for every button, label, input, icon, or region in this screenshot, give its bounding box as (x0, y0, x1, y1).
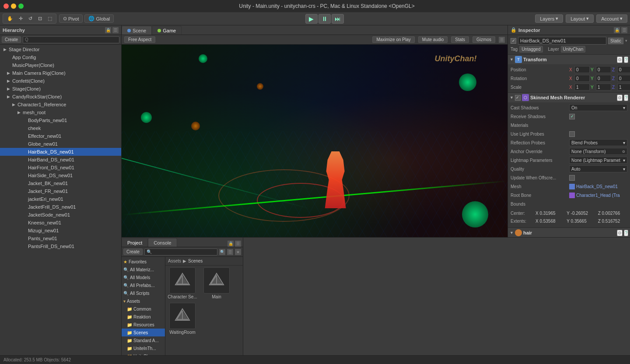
hier-body-parts[interactable]: BodyParts_new01 (0, 116, 121, 124)
layer-dropdown[interactable]: UnityChan (561, 46, 586, 52)
minimize-button[interactable] (11, 4, 16, 9)
hier-char1-ref[interactable]: ▶ Character1_Reference (0, 101, 121, 108)
hier-hairband[interactable]: HairBand_DS_new01 (0, 156, 121, 164)
scene-asset-char[interactable]: Character Se... (167, 267, 198, 299)
all-models-item[interactable]: 🔍 All Models (122, 273, 165, 281)
hier-jacket-fr[interactable]: Jacket_FR_new01 (0, 187, 121, 195)
scale-y-input[interactable] (596, 84, 611, 91)
pos-y-input[interactable] (596, 66, 611, 73)
scale-x-input[interactable] (574, 84, 590, 91)
global-button[interactable]: 🌐 Global (84, 14, 114, 23)
console-tab[interactable]: Console (148, 238, 177, 247)
project-tab[interactable]: Project (122, 238, 148, 247)
assets-breadcrumb[interactable]: Assets (168, 259, 181, 263)
scene-tab[interactable]: Scene (122, 26, 152, 35)
use-light-probes-checkbox[interactable] (569, 131, 575, 137)
hier-mizugi[interactable]: Mizugi_new01 (0, 227, 121, 234)
gizmos-button[interactable]: Gizmos (472, 36, 495, 43)
scale-tool[interactable]: ⊡ (36, 15, 44, 22)
hair-material-header[interactable]: ▼ hair ⚙ ? (508, 228, 630, 237)
hier-hairback[interactable]: HairBack_DS_new01 (0, 148, 121, 156)
hierarchy-search-input[interactable] (23, 36, 119, 43)
quality-dropdown[interactable]: Auto ▾ (569, 165, 627, 172)
transform-settings[interactable]: ⚙ (617, 56, 623, 63)
all-prefabs-item[interactable]: 🔍 All Prefabs... (122, 281, 165, 289)
hier-music-player[interactable]: MusicPlayer(Clone) (0, 61, 121, 69)
mesh-reference[interactable]: HairBack_DS_new01 (569, 184, 618, 189)
skinned-mesh-settings[interactable]: ⚙ (617, 94, 623, 101)
assets-root-item[interactable]: ▾ Assets (122, 297, 165, 305)
hand-tool[interactable]: ✋ (5, 15, 15, 22)
static-arrow[interactable]: ▾ (625, 38, 627, 43)
hier-pants[interactable]: Pants_new01 (0, 234, 121, 242)
step-button[interactable]: ⏭ (332, 14, 344, 24)
play-button[interactable]: ▶ (305, 14, 318, 24)
pos-z-input[interactable] (617, 66, 630, 73)
game-tab[interactable]: Game (152, 26, 182, 35)
hier-jacket-eri[interactable]: jacketEri_new01 (0, 195, 121, 203)
scenes-breadcrumb[interactable]: Scenes (188, 259, 203, 263)
tag-dropdown[interactable]: Untagged (519, 46, 542, 52)
hier-confetti[interactable]: ▶ Confetti(Clone) (0, 77, 121, 85)
root-bone-reference[interactable]: Character1_Head (Tra (569, 192, 620, 198)
hierarchy-create-button[interactable]: Create (2, 36, 21, 43)
hier-hairfront[interactable]: HairFront_DS_new01 (0, 164, 121, 172)
pivot-button[interactable]: ⊙ Pivot (59, 14, 83, 23)
object-active-checkbox[interactable]: ✓ (511, 38, 516, 44)
hier-mesh-root[interactable]: ▶ mesh_root (0, 108, 121, 116)
stats-button[interactable]: Stats (451, 36, 469, 43)
free-aspect-button[interactable]: Free Aspect (124, 36, 155, 43)
unitein-item[interactable]: 📁 UniteInTh... (122, 344, 165, 352)
mute-audio-button[interactable]: Mute audio (418, 36, 448, 43)
hier-jacket-frill[interactable]: JacketFrill_DS_new01 (0, 203, 121, 211)
rect-tool[interactable]: ⬚ (46, 15, 54, 22)
layers-dropdown[interactable]: Layers ▾ (535, 14, 563, 23)
rotate-tool[interactable]: ↺ (26, 15, 35, 22)
all-scripts-item[interactable]: 🔍 All Scripts (122, 289, 165, 297)
lightmap-params-dropdown[interactable]: None (Lightmap Paramet ▾ (569, 157, 627, 164)
inspector-menu[interactable]: ☰ (621, 27, 627, 33)
close-button[interactable] (4, 4, 9, 9)
project-search-btn[interactable]: 🔍 (219, 249, 225, 255)
hier-cheek[interactable]: cheek (0, 124, 121, 132)
scenes-item[interactable]: 📁 Scenes (122, 329, 165, 336)
receive-shadows-checkbox[interactable]: ✓ (569, 114, 575, 119)
update-offscreen-checkbox[interactable] (569, 175, 575, 181)
rot-x-input[interactable] (574, 75, 590, 82)
hier-jacket-sode[interactable]: JacketSode_new01 (0, 211, 121, 219)
favorites-header[interactable]: ★ Favorites (122, 258, 165, 266)
object-name-input[interactable] (518, 37, 606, 45)
game-view-menu[interactable]: ☰ (499, 37, 505, 43)
rot-y-input[interactable] (596, 75, 611, 82)
transform-header[interactable]: ▼ T Transform ⚙ ? (508, 55, 630, 64)
maximize-button[interactable] (18, 4, 24, 9)
hierarchy-lock[interactable]: 🔒 (105, 27, 111, 33)
hair-material-settings[interactable]: ⚙ (617, 230, 623, 236)
project-create-button[interactable]: Create (123, 248, 143, 255)
scene-asset-waiting[interactable]: WaitingRoom (167, 303, 198, 335)
window-controls[interactable] (4, 4, 24, 9)
project-menu[interactable]: ☰ (235, 241, 241, 247)
hierarchy-menu[interactable]: ☰ (112, 27, 119, 33)
layout-dropdown[interactable]: Layout ▾ (566, 14, 594, 23)
hier-effector[interactable]: Effector_new01 (0, 132, 121, 140)
cast-shadows-dropdown[interactable]: On ▾ (569, 104, 627, 111)
scene-asset-main[interactable]: Main (201, 267, 232, 299)
all-materials-item[interactable]: 🔍 All Materiz... (122, 266, 165, 273)
pause-button[interactable]: ⏸ (318, 14, 331, 24)
reflection-probes-dropdown[interactable]: Blend Probes ▾ (569, 139, 627, 146)
move-tool[interactable]: ✛ (17, 15, 25, 22)
skinned-mesh-header[interactable]: ▼ ✓ ⬡ Skinned Mesh Renderer ⚙ ? (508, 93, 630, 102)
static-badge[interactable]: Static (608, 38, 623, 44)
common-item[interactable]: 📁 Common (122, 305, 165, 313)
hier-stage-director[interactable]: ▶ Stage Director (0, 46, 121, 53)
project-search-input[interactable] (144, 248, 217, 256)
rot-z-input[interactable] (617, 75, 630, 82)
skinned-mesh-active[interactable]: ✓ (515, 95, 521, 101)
project-filter-btn[interactable]: ☰ (227, 249, 233, 255)
hier-pants-frill[interactable]: PantsFrill_DS_new01 (0, 242, 121, 250)
resources-item[interactable]: 📁 Resources (122, 321, 165, 329)
scale-z-input[interactable] (617, 84, 630, 91)
account-dropdown[interactable]: Account ▾ (596, 14, 627, 23)
reaktion-item[interactable]: 📁 Reaktion (122, 313, 165, 321)
